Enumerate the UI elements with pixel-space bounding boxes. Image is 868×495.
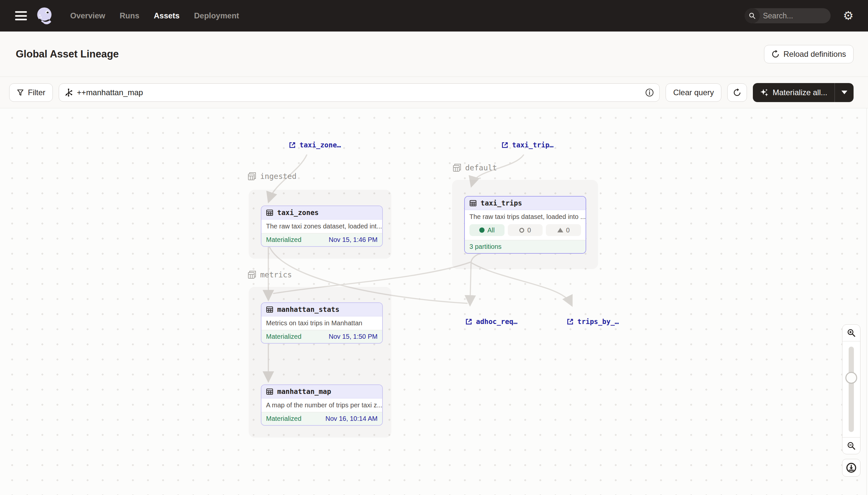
materialization-timestamp[interactable]: Nov 16, 10:14 AM	[325, 415, 377, 423]
group-label-default: default	[453, 164, 497, 172]
sparkles-icon	[760, 88, 768, 97]
nav-item-assets[interactable]: Assets	[154, 11, 180, 20]
top-nav: Overview Runs Assets Deployment / ⚙	[0, 0, 868, 32]
search-icon	[745, 8, 760, 23]
asset-query-field	[59, 83, 660, 102]
asset-node-taxi-zones[interactable]: taxi_zones The raw taxi zones dataset, l…	[261, 205, 383, 247]
group-table-icon	[248, 271, 256, 279]
download-view-button[interactable]	[842, 459, 861, 477]
nav-item-deployment[interactable]: Deployment	[194, 11, 239, 20]
asset-description: Metrics on taxi trips in Manhattan	[262, 317, 382, 330]
settings-gear-icon[interactable]: ⚙	[843, 10, 854, 22]
asset-description: A map of the number of trips per taxi z.…	[262, 398, 382, 412]
asset-title: manhattan_map	[277, 388, 331, 395]
zoom-slider[interactable]	[843, 341, 860, 438]
external-asset-link-trips-by[interactable]: trips_by_…	[567, 318, 619, 326]
nav-item-runs[interactable]: Runs	[120, 11, 139, 20]
download-icon	[846, 462, 856, 473]
status-badge: Materialized	[266, 333, 301, 340]
external-link-icon	[465, 318, 472, 325]
asset-node-taxi-trips[interactable]: taxi_trips The raw taxi trips dataset, l…	[464, 196, 586, 254]
group-table-icon	[248, 172, 256, 181]
partition-health-pills: All 0 0	[465, 224, 586, 240]
materialize-all-button[interactable]: Materialize all...	[753, 83, 854, 102]
external-link-icon	[567, 318, 574, 325]
refresh-icon	[733, 89, 741, 97]
external-asset-link-taxi-zone[interactable]: taxi_zone…	[289, 141, 341, 149]
zoom-out-icon	[847, 441, 856, 450]
global-search[interactable]: /	[745, 8, 831, 23]
chevron-down-icon	[842, 90, 847, 94]
dot-icon	[479, 227, 484, 233]
op-selector-icon	[64, 88, 73, 97]
nav-links: Overview Runs Assets Deployment	[70, 11, 239, 20]
partitions-missing-pill[interactable]: 0	[508, 224, 543, 236]
materialization-timestamp[interactable]: Nov 15, 1:50 PM	[329, 333, 377, 340]
asset-title: taxi_zones	[277, 209, 319, 217]
clear-query-button[interactable]: Clear query	[666, 83, 721, 102]
zoom-out-button[interactable]	[843, 438, 860, 454]
reload-icon	[772, 50, 779, 58]
nav-item-overview[interactable]: Overview	[70, 11, 105, 20]
group-label-ingested: ingested	[248, 172, 297, 181]
canvas-right-edge	[866, 108, 867, 495]
filter-button[interactable]: Filter	[9, 83, 53, 102]
table-icon	[470, 200, 477, 207]
asset-description: The raw taxi trips dataset, loaded into …	[465, 210, 586, 224]
table-icon	[266, 209, 273, 216]
table-icon	[266, 306, 273, 313]
asset-node-manhattan-map[interactable]: manhattan_map A map of the number of tri…	[261, 385, 383, 426]
external-asset-link-taxi-trip[interactable]: taxi_trip…	[501, 141, 553, 149]
reload-definitions-button[interactable]: Reload definitions	[764, 45, 854, 63]
asset-description: The raw taxi zones dataset, loaded int..…	[262, 220, 382, 233]
external-asset-link-adhoc-req[interactable]: adhoc_req…	[465, 318, 517, 326]
zoom-in-button[interactable]	[843, 325, 860, 341]
zoom-slider-handle[interactable]	[845, 372, 857, 384]
zoom-slider-track[interactable]	[849, 347, 854, 432]
lineage-edges	[0, 108, 868, 495]
asset-title: manhattan_stats	[277, 306, 339, 313]
zoom-controls	[842, 324, 861, 454]
external-link-icon	[289, 141, 296, 149]
query-input[interactable]	[77, 88, 641, 97]
asset-title: taxi_trips	[481, 199, 522, 207]
search-input[interactable]	[760, 12, 831, 20]
materialize-dropdown-caret[interactable]	[835, 83, 854, 102]
zoom-in-icon	[847, 328, 856, 338]
status-badge: Materialized	[266, 236, 301, 243]
materialization-timestamp[interactable]: Nov 15, 1:46 PM	[329, 236, 377, 243]
table-icon	[266, 388, 273, 395]
refresh-button[interactable]	[727, 83, 747, 102]
ring-icon	[519, 228, 524, 233]
status-badge: Materialized	[266, 415, 301, 423]
group-label-metrics: metrics	[248, 271, 292, 279]
page-header: Global Asset Lineage Reload definitions	[0, 32, 868, 77]
query-info-icon[interactable]	[645, 88, 654, 97]
lineage-toolbar: Filter Clear query Materialize all...	[0, 77, 868, 108]
partitions-all-pill[interactable]: All	[470, 224, 504, 236]
group-table-icon	[453, 164, 461, 172]
partitions-count[interactable]: 3 partitions	[470, 243, 501, 251]
triangle-icon	[557, 228, 563, 233]
menu-icon[interactable]	[15, 11, 27, 20]
dagster-logo-icon[interactable]	[35, 6, 54, 25]
lineage-graph-canvas[interactable]: ingested default metrics taxi_zone… taxi…	[0, 108, 868, 495]
external-link-icon	[501, 141, 509, 149]
funnel-icon	[17, 89, 24, 96]
page-title: Global Asset Lineage	[16, 48, 119, 60]
partitions-failed-pill[interactable]: 0	[546, 224, 581, 236]
asset-node-manhattan-stats[interactable]: manhattan_stats Metrics on taxi trips in…	[261, 302, 383, 344]
